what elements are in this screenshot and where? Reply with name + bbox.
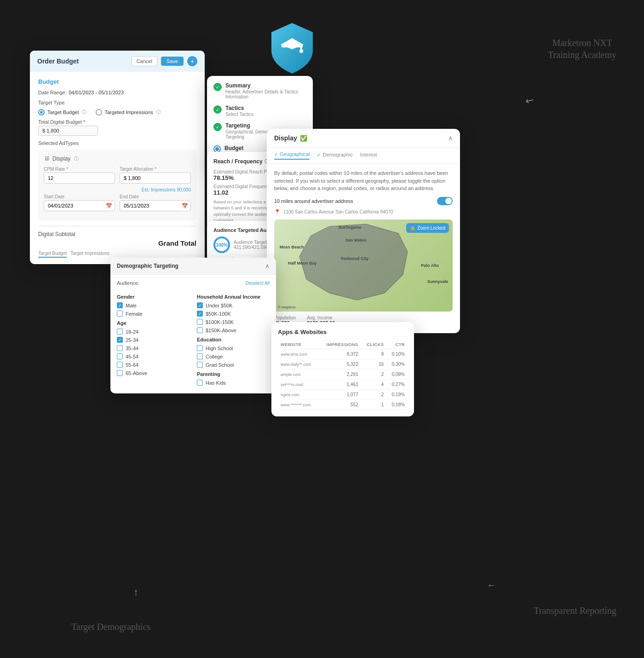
checkbox-under50k[interactable]	[197, 302, 203, 308]
checkbox-female[interactable]	[117, 311, 123, 317]
age-35-44: 35-44	[117, 345, 190, 351]
age-55-64: 55-64	[117, 362, 190, 368]
demographics-label: Target Demographics	[71, 621, 150, 633]
cell-impressions: 1,077	[319, 390, 361, 400]
checkbox-100-150k[interactable]	[197, 319, 203, 325]
display-title: Display	[274, 134, 297, 142]
calendar-icon-start: 📅	[106, 203, 112, 209]
cell-website: www.time.com	[278, 349, 319, 359]
col-ctr: CTR	[386, 340, 408, 349]
map-container: Burlingame San Mateo Half Moon Bay Redwo…	[274, 219, 453, 312]
demo-collapse-icon[interactable]: ∧	[265, 262, 270, 270]
bottom-tabs: Target Budget Target Impressions	[38, 251, 196, 258]
checkbox-male[interactable]	[117, 302, 123, 308]
grand-total-row: Grand Total	[38, 239, 196, 247]
total-digital-row: Total Digital Budget *	[38, 119, 196, 136]
checkbox-50-100k[interactable]	[197, 311, 203, 317]
workflow-title-budget: Budget	[224, 145, 254, 151]
tab-interest[interactable]: Interest	[360, 151, 377, 160]
audience-row: Audience: Deselect All	[117, 280, 270, 286]
subtotal-row: Digital Subtotal	[38, 226, 196, 237]
apps-websites-card: Apps & Websites WEBSITE IMPRESSIONS CLIC…	[271, 322, 414, 416]
calendar-icon-end: 📅	[182, 203, 188, 209]
income-50-100k: $50K-100K	[197, 311, 270, 317]
shield-svg	[267, 21, 317, 76]
adtypes-section: 🖥 Display ⓘ CPM Rate * Target Allocation…	[38, 150, 196, 220]
svg-point-4	[299, 49, 303, 53]
lock-icon: 🔒	[410, 225, 415, 231]
table-row: www.daily**.com 5,322 16 0.30%	[278, 359, 408, 369]
workflow-title-targeting: Targeting	[225, 122, 306, 129]
audience-row-label: Audience:	[117, 280, 139, 286]
cell-ctr: 0.09%	[386, 369, 408, 380]
impressions-text: Est. Impressions 90,000	[44, 187, 191, 192]
checkbox-college[interactable]	[197, 353, 203, 359]
checkbox-150k-above[interactable]	[197, 327, 203, 333]
checkbox-35-44[interactable]	[117, 345, 123, 351]
target-type-row: Target Type Target Budget ⓘ Targeted Imp…	[38, 100, 196, 115]
tab-target-impressions[interactable]: Target Impressions	[70, 251, 109, 258]
col-website: WEBSITE	[278, 340, 319, 349]
workflow-item-summary: ✓ Summary Header, Advertiser Details & T…	[213, 82, 306, 99]
workflow-text-tactics: Tactics Select Tactics	[225, 105, 253, 117]
date-range-row: Date Range: 04/01/2023 - 05/11/2023	[38, 88, 196, 96]
workflow-icon-tactics: ✓	[213, 105, 222, 114]
age-45-54: 45-54	[117, 353, 190, 359]
radio-targeted-impressions[interactable]: Targeted Impressions ⓘ	[96, 109, 161, 115]
checkbox-25-34[interactable]	[117, 337, 123, 343]
tab-geographical[interactable]: ✓ Geographical	[274, 151, 310, 160]
radio-target-budget[interactable]: Target Budget ⓘ	[38, 109, 86, 115]
end-date-label: End Date	[120, 194, 191, 199]
checkbox-has-kids[interactable]	[197, 380, 203, 386]
allocation-input[interactable]	[120, 173, 191, 184]
gender-male: Male	[117, 302, 190, 308]
total-digital-input[interactable]	[38, 126, 98, 136]
end-date-input[interactable]	[120, 200, 191, 211]
cell-impressions: 8,372	[319, 349, 361, 359]
col-impressions: IMPRESSIONS	[319, 340, 361, 349]
cell-impressions: 5,322	[319, 359, 361, 369]
cpm-input[interactable]	[44, 173, 115, 184]
order-budget-title: Order Budget	[37, 58, 79, 65]
apps-table-body: www.time.com 8,372 8 0.10% www.daily**.c…	[278, 349, 408, 410]
expand-button[interactable]: +	[187, 56, 197, 66]
age-18-24: 18-24	[117, 329, 190, 335]
collapse-button[interactable]: ∧	[448, 134, 453, 142]
arrow-academy: ↙	[523, 93, 536, 108]
deselect-all-link[interactable]: Deselect All	[246, 281, 270, 286]
cell-website: vet***rs.mail	[278, 380, 319, 390]
save-button[interactable]: Save	[161, 57, 184, 66]
checkbox-18-24[interactable]	[117, 329, 123, 335]
cancel-button[interactable]: Cancel	[132, 56, 157, 66]
checkbox-55-64[interactable]	[117, 362, 123, 368]
arrow-reporting: ←	[487, 579, 497, 591]
edu-grad-school: Grad School	[197, 362, 270, 368]
end-date-wrapper: 📅	[120, 200, 191, 211]
tab-target-budget[interactable]: Target Budget	[38, 251, 67, 258]
workflow-title-tactics: Tactics	[225, 105, 253, 111]
education-title: Education	[197, 337, 270, 342]
table-row: www.*******.com 552 1 0.18%	[278, 400, 408, 410]
checkbox-high-school[interactable]	[197, 345, 203, 351]
digital-subtotal-label: Digital Subtotal	[38, 231, 75, 237]
start-date-input[interactable]	[44, 200, 115, 211]
scene: Order Budget Cancel Save + Budget Date R…	[0, 0, 644, 658]
cell-website: www.daily**.com	[278, 359, 319, 369]
cell-impressions: 1,461	[319, 380, 361, 390]
checkbox-45-54[interactable]	[117, 353, 123, 359]
age-25-34: 25-34	[117, 337, 190, 343]
display-title-row: Display ✅	[274, 134, 307, 142]
radio-dot-impressions	[96, 109, 102, 115]
workflow-subtitle-summary: Header, Advertiser Details & Tactics Inf…	[225, 89, 306, 99]
workflow-subtitle-tactics: Select Tactics	[225, 112, 253, 117]
checkbox-grad-school[interactable]	[197, 362, 203, 368]
tab-demographic[interactable]: ✓ Demographic	[317, 151, 352, 160]
zoom-locked-button[interactable]: 🔒 Zoom Locked	[406, 223, 449, 233]
geo-toggle[interactable]	[437, 197, 453, 205]
checkbox-65-above[interactable]	[117, 370, 123, 376]
demo-columns: Gender Male Female Age 18-24	[117, 290, 270, 388]
apps-table: WEBSITE IMPRESSIONS CLICKS CTR www.time.…	[278, 340, 408, 410]
cell-ctr: 0.27%	[386, 380, 408, 390]
demo-header-title: Demographic Targeting	[117, 263, 178, 269]
cpm-allocation-row: CPM Rate * Target Allocation *	[44, 167, 191, 184]
